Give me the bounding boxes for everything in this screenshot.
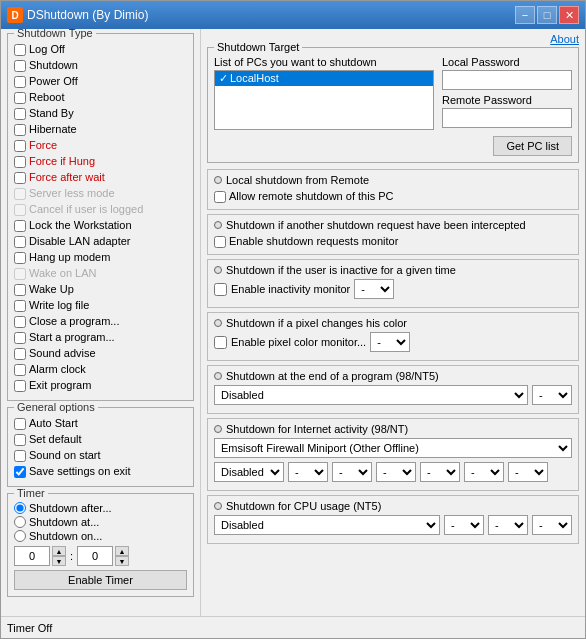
pixel-color-dropdown[interactable]: - xyxy=(370,332,410,352)
force-wait-checkbox[interactable] xyxy=(14,172,26,184)
shutdown-at-radio[interactable] xyxy=(14,516,26,528)
list-item: Exit program xyxy=(14,378,187,393)
sound-advise-label[interactable]: Sound advise xyxy=(29,346,96,361)
pixel-color-checkbox[interactable] xyxy=(214,336,227,349)
lock-workstation-checkbox[interactable] xyxy=(14,220,26,232)
cpu-d3[interactable]: - xyxy=(488,515,528,535)
hangup-modem-label[interactable]: Hang up modem xyxy=(29,250,110,265)
disable-lan-label[interactable]: Disable LAN adapter xyxy=(29,234,131,249)
cpu-d4[interactable]: - xyxy=(532,515,572,535)
maximize-button[interactable]: □ xyxy=(537,6,557,24)
internet-d6[interactable]: - xyxy=(464,462,504,482)
end-program-dropdown2[interactable]: - xyxy=(532,385,572,405)
disable-lan-checkbox[interactable] xyxy=(14,236,26,248)
force-label[interactable]: Force xyxy=(29,138,57,153)
close-button[interactable]: ✕ xyxy=(559,6,579,24)
force-wait-label[interactable]: Force after wait xyxy=(29,170,105,185)
lock-workstation-label[interactable]: Lock the Workstation xyxy=(29,218,132,233)
reboot-checkbox[interactable] xyxy=(14,92,26,104)
pixel-color-label[interactable]: Enable pixel color monitor... xyxy=(231,336,366,348)
auto-start-label[interactable]: Auto Start xyxy=(29,416,78,431)
write-log-label[interactable]: Write log file xyxy=(29,298,89,313)
close-program-checkbox[interactable] xyxy=(14,316,26,328)
section-dot xyxy=(214,176,222,184)
hibernate-label[interactable]: Hibernate xyxy=(29,122,77,137)
allow-remote-checkbox[interactable] xyxy=(214,191,226,203)
shutdown-monitor-label[interactable]: Enable shutdown requests monitor xyxy=(229,234,398,249)
timer-hours-input[interactable] xyxy=(14,546,50,566)
sound-start-label[interactable]: Sound on start xyxy=(29,448,101,463)
set-default-label[interactable]: Set default xyxy=(29,432,82,447)
cpu-d2[interactable]: - xyxy=(444,515,484,535)
internet-disabled-dropdown[interactable]: Disabled xyxy=(214,462,284,482)
timer-minutes-input[interactable] xyxy=(77,546,113,566)
auto-start-checkbox[interactable] xyxy=(14,418,26,430)
timer-minutes-up[interactable]: ▲ xyxy=(115,546,129,556)
inactivity-label[interactable]: Enable inactivity monitor xyxy=(231,283,350,295)
inactivity-checkbox[interactable] xyxy=(214,283,227,296)
shutdown-label[interactable]: Shutdown xyxy=(29,58,78,73)
force-hung-label[interactable]: Force if Hung xyxy=(29,154,95,169)
start-program-checkbox[interactable] xyxy=(14,332,26,344)
shutdown-on-radio[interactable] xyxy=(14,530,26,542)
alarm-clock-checkbox[interactable] xyxy=(14,364,26,376)
logoff-label[interactable]: Log Off xyxy=(29,42,65,57)
sound-start-checkbox[interactable] xyxy=(14,450,26,462)
write-log-checkbox[interactable] xyxy=(14,300,26,312)
local-password-input[interactable] xyxy=(442,70,572,90)
shutdown-checkbox[interactable] xyxy=(14,60,26,72)
shutdown-after-radio[interactable] xyxy=(14,502,26,514)
cpu-dropdown[interactable]: Disabled xyxy=(214,515,440,535)
standby-checkbox[interactable] xyxy=(14,108,26,120)
internet-d7[interactable]: - xyxy=(508,462,548,482)
shutdown-on-label[interactable]: Shutdown on... xyxy=(29,530,102,542)
hangup-modem-checkbox[interactable] xyxy=(14,252,26,264)
internet-d4[interactable]: - xyxy=(376,462,416,482)
save-settings-label[interactable]: Save settings on exit xyxy=(29,464,131,479)
list-item: Log Off xyxy=(14,42,187,57)
hibernate-checkbox[interactable] xyxy=(14,124,26,136)
close-program-label[interactable]: Close a program... xyxy=(29,314,119,329)
allow-remote-label[interactable]: Allow remote shutdown of this PC xyxy=(229,189,393,204)
internet-d5[interactable]: - xyxy=(420,462,460,482)
poweroff-checkbox[interactable] xyxy=(14,76,26,88)
about-link[interactable]: About xyxy=(550,33,579,45)
sound-advise-checkbox[interactable] xyxy=(14,348,26,360)
minimize-button[interactable]: − xyxy=(515,6,535,24)
wakeup-checkbox[interactable] xyxy=(14,284,26,296)
exit-program-checkbox[interactable] xyxy=(14,380,26,392)
logoff-checkbox[interactable] xyxy=(14,44,26,56)
start-program-label[interactable]: Start a program... xyxy=(29,330,115,345)
standby-label[interactable]: Stand By xyxy=(29,106,74,121)
alarm-clock-label[interactable]: Alarm clock xyxy=(29,362,86,377)
remote-password-input[interactable] xyxy=(442,108,572,128)
internet-d2[interactable]: - xyxy=(288,462,328,482)
wakeup-label[interactable]: Wake Up xyxy=(29,282,74,297)
end-program-dropdown[interactable]: Disabled xyxy=(214,385,528,405)
internet-d3[interactable]: - xyxy=(332,462,372,482)
timer-minutes-down[interactable]: ▼ xyxy=(115,556,129,566)
pc-listbox[interactable]: ✓LocalHost xyxy=(214,70,434,130)
set-default-checkbox[interactable] xyxy=(14,434,26,446)
shutdown-type-title: Shutdown Type xyxy=(14,29,96,39)
reboot-label[interactable]: Reboot xyxy=(29,90,64,105)
list-item: Force if Hung xyxy=(14,154,187,169)
force-hung-checkbox[interactable] xyxy=(14,156,26,168)
timer-hours-down[interactable]: ▼ xyxy=(52,556,66,566)
general-options-title: General options xyxy=(14,401,98,413)
timer-hours-up[interactable]: ▲ xyxy=(52,546,66,556)
shutdown-at-label[interactable]: Shutdown at... xyxy=(29,516,99,528)
shutdown-monitor-checkbox[interactable] xyxy=(214,236,226,248)
poweroff-label[interactable]: Power Off xyxy=(29,74,78,89)
list-item: Wake Up xyxy=(14,282,187,297)
internet-adapter-dropdown[interactable]: Emsisoft Firewall Miniport (Other Offlin… xyxy=(214,438,572,458)
shutdown-after-label[interactable]: Shutdown after... xyxy=(29,502,112,514)
save-settings-checkbox[interactable] xyxy=(14,466,26,478)
list-item[interactable]: ✓LocalHost xyxy=(215,71,433,86)
inactivity-dropdown[interactable]: - xyxy=(354,279,394,299)
list-item: Server less mode xyxy=(14,186,187,201)
enable-timer-button[interactable]: Enable Timer xyxy=(14,570,187,590)
force-checkbox[interactable] xyxy=(14,140,26,152)
get-pc-list-button[interactable]: Get PC list xyxy=(493,136,572,156)
exit-program-label[interactable]: Exit program xyxy=(29,378,91,393)
